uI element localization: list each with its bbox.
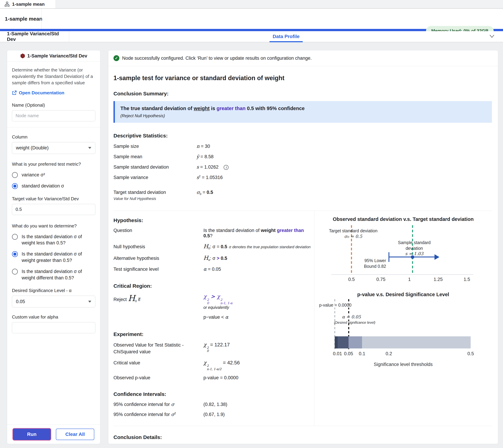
active-tab-underline bbox=[269, 41, 303, 42]
info-icon[interactable]: i bbox=[224, 165, 229, 170]
hypothesis-heading: Hypothesis: bbox=[113, 217, 314, 223]
workflow-icon bbox=[4, 1, 10, 7]
success-check-icon: ✓ bbox=[113, 55, 119, 61]
x-tick: 0.05 bbox=[344, 351, 353, 356]
observed-p-value-row: Observed p-value p-value = 0.0000 bbox=[113, 375, 314, 381]
alpha-sublabel: (Desired significance level) bbox=[334, 320, 386, 325]
app-toolbar: 1-sample mean Memory Used: 0% of 32GB bbox=[0, 9, 503, 29]
radio-option-different-than[interactable]: Is the standard deviation σ of weight di… bbox=[12, 268, 95, 281]
target-value-input[interactable] bbox=[12, 204, 95, 215]
charts-column: Observed standard deviation v.s. Target … bbox=[314, 211, 492, 426]
bar-segment-0-001 bbox=[335, 336, 338, 348]
stat-row-sample-variance: Sample variance s2 = 1.05316 bbox=[113, 175, 492, 180]
radio-icon bbox=[12, 269, 18, 275]
external-link-icon bbox=[12, 90, 17, 95]
column-field-label: Column bbox=[12, 134, 95, 140]
x-tick: 1 bbox=[408, 277, 411, 282]
x-tick: 0.75 bbox=[376, 277, 386, 282]
node-description: Determine whether the Variance (or equiv… bbox=[12, 67, 95, 86]
metric-question-label: What is your preferred test metric? bbox=[12, 162, 95, 167]
reject-null-note: (Reject Null Hypothesis) bbox=[120, 113, 487, 118]
x-tick: 1.5 bbox=[464, 277, 470, 282]
custom-alpha-label: Custom value for alpha bbox=[12, 314, 95, 320]
test-details-column: Hypothesis: Question Is the standard dev… bbox=[113, 211, 314, 426]
chevron-down-icon bbox=[88, 301, 91, 303]
nav-tabs-row: 1-Sample Variance/Std Dev Data Profile bbox=[0, 31, 503, 42]
config-panel-title: 1-Sample Variance/Std Dev bbox=[27, 53, 87, 59]
clear-all-button[interactable]: Clear All bbox=[56, 429, 94, 440]
status-message: Node successfully configured. Click ‘Run… bbox=[122, 56, 312, 61]
p-value-rule: p−value < α bbox=[204, 314, 233, 320]
radio-selected-icon bbox=[12, 183, 18, 189]
conclusion-summary-heading: Conclusion Summary: bbox=[113, 91, 492, 97]
tab-data-profile[interactable]: Data Profile bbox=[269, 31, 303, 42]
section-rule bbox=[113, 426, 492, 426]
stat-row-sample-sd: Sample standard deviation s = 1.0262i bbox=[113, 164, 492, 170]
sd-comparison-chart: Observed standard deviation v.s. Target … bbox=[314, 216, 492, 284]
run-button[interactable]: Run bbox=[13, 429, 51, 440]
determine-question-label: What do you want to determine? bbox=[12, 223, 95, 229]
p-value-label: p-value = 0.0000 bbox=[319, 302, 355, 308]
descriptive-stats-heading: Descriptive Statistics: bbox=[113, 133, 492, 139]
tab-node-name[interactable]: 1-Sample Variance/Std Dev bbox=[0, 31, 69, 42]
name-field-label: Name (Optional) bbox=[12, 102, 95, 108]
config-panel: 1-Sample Variance/Std Dev Determine whet… bbox=[7, 50, 100, 444]
radio-icon bbox=[12, 172, 18, 178]
custom-alpha-input[interactable] bbox=[12, 322, 95, 333]
ci-variance-row: 95% confidence interval for σ2 (0.67, 1.… bbox=[113, 412, 314, 417]
radio-option-std-dev[interactable]: standard deviation σ bbox=[12, 183, 95, 189]
sample-sd-point bbox=[411, 255, 414, 259]
browser-tab[interactable]: 1-sample mean bbox=[0, 0, 56, 8]
null-hypothesis-row: Null hypothesis H0: σ = 0.5σ denotes the… bbox=[113, 243, 314, 250]
stat-row-target-sd: Target standard deviation Value for Null… bbox=[113, 190, 492, 201]
radio-option-variance[interactable]: variance σ² bbox=[12, 172, 95, 178]
hypothesis-question-row: Question Is the standard deviation of we… bbox=[113, 228, 314, 239]
null-hypothesis-value-note: Value for Null Hypothesis bbox=[113, 197, 196, 201]
target-sd-label: Target standard deviation σ₀ = 0.5 bbox=[322, 228, 384, 239]
critical-region-heading: Critical Region: bbox=[113, 283, 314, 289]
ci-sigma-row: 95% confidence interval for σ (0.82, 1.3… bbox=[113, 402, 314, 407]
test-statistic-row: Observed Value for Test Statistic - ChiS… bbox=[113, 342, 314, 355]
sd-x-axis bbox=[331, 274, 473, 275]
alpha-select-label: Desired Significance Level - α bbox=[12, 288, 95, 293]
p-value-chart-title: p-value v.s. Desired Significance Level bbox=[314, 292, 492, 298]
interval-arrow bbox=[435, 254, 439, 260]
conclusion-summary-text: The true standard deviation of weight is… bbox=[120, 106, 487, 111]
reject-rule-row: Reject H0 if χ20 > χ2n-1, 1-α or equival… bbox=[113, 293, 314, 320]
or-equivalently-note: or equivalently bbox=[204, 305, 233, 310]
browser-tab-bar: 1-sample mean bbox=[0, 0, 503, 9]
x-tick: 0.2 bbox=[386, 351, 392, 356]
results-title: 1-sample test for variance or standard d… bbox=[113, 74, 492, 82]
stat-row-sample-size: Sample size n = 30 bbox=[113, 144, 492, 149]
critical-value-row: Critical value χ2n-1, 1-α/2 = 42.56 bbox=[113, 360, 314, 371]
chevron-down-icon bbox=[88, 147, 91, 149]
bar-segment-001-005 bbox=[338, 336, 348, 348]
node-name-input[interactable] bbox=[12, 110, 95, 121]
target-value-label: Target value for Variance/Std Dev bbox=[12, 196, 95, 201]
alpha-select[interactable]: 0.05 bbox=[12, 296, 95, 307]
conclusion-summary-box: The true standard deviation of weight is… bbox=[113, 101, 492, 123]
flow-title: 1-sample mean bbox=[0, 16, 42, 22]
sd-chart-title: Observed standard deviation v.s. Target … bbox=[314, 216, 492, 222]
radio-option-greater-than[interactable]: Is the standard deviation σ of weight gr… bbox=[12, 251, 95, 264]
x-tick: 0.5 bbox=[467, 351, 474, 356]
alpha-select-value: 0.05 bbox=[16, 299, 25, 304]
stat-row-sample-mean: Sample mean ȳ = 8.58 bbox=[113, 154, 492, 159]
significance-level-row: Test significance level α = 0.05 bbox=[113, 266, 314, 272]
x-tick: 0.1 bbox=[359, 351, 365, 356]
alpha-label: α = 0.05 bbox=[342, 314, 370, 320]
x-tick: 1.25 bbox=[434, 277, 443, 282]
radio-option-less-than[interactable]: Is the standard deviation σ of weight le… bbox=[12, 233, 95, 246]
open-documentation-link[interactable]: Open Documentation bbox=[12, 90, 95, 96]
d20-die-icon bbox=[20, 53, 25, 59]
collapse-chevron[interactable] bbox=[489, 33, 495, 39]
status-row: ✓ Node successfully configured. Click ‘R… bbox=[108, 50, 498, 66]
config-panel-footer: Run Clear All bbox=[7, 424, 100, 444]
bar-segment-005-01 bbox=[348, 336, 362, 348]
x-tick: 0.5 bbox=[348, 277, 355, 282]
column-select[interactable]: weight (Double) bbox=[12, 142, 95, 154]
sample-sd-label: Sample standard deviation s = 1.03 bbox=[390, 240, 439, 257]
lower-bound-label: 95% Lower Bound 0.82 bbox=[351, 258, 386, 269]
results-panel: ✓ Node successfully configured. Click ‘R… bbox=[108, 50, 498, 444]
alternative-hypothesis-row: Alternative hypothesis Ha: σ > 0.5 bbox=[113, 255, 314, 262]
